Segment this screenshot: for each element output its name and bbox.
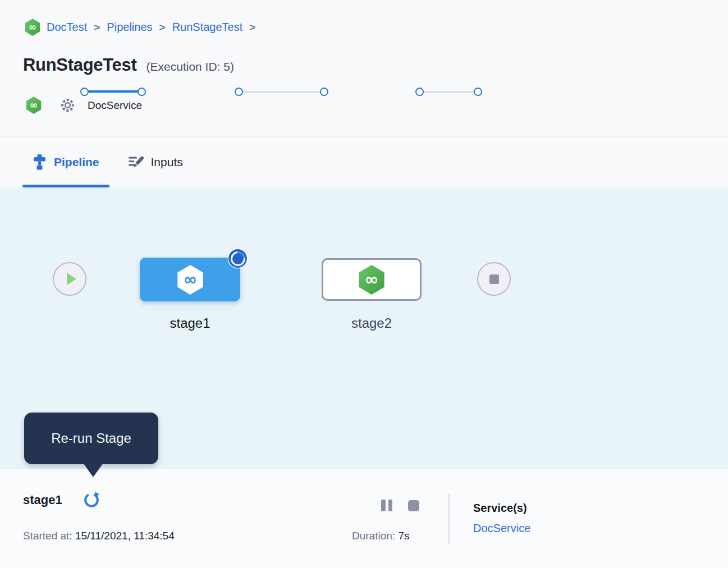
service-row: ∞ DocService xyxy=(25,96,142,114)
stop-execution-icon[interactable] xyxy=(408,500,419,511)
breadcrumb-separator: > xyxy=(249,21,255,34)
stop-icon xyxy=(489,274,499,284)
breadcrumb-link-pipelines[interactable]: Pipelines xyxy=(107,21,152,34)
pipeline-canvas[interactable]: ∞ stage1 ∞ stage2 Re-run Stage xyxy=(0,187,728,469)
breadcrumb-separator: > xyxy=(94,21,100,34)
rerun-stage-tooltip: Re-run Stage xyxy=(24,413,158,464)
started-at-label: Started at xyxy=(23,530,69,542)
execution-controls xyxy=(381,500,419,511)
connector-dot xyxy=(474,88,482,96)
rerun-icon xyxy=(82,490,101,509)
breadcrumb-link-pipeline-name[interactable]: RunStageTest xyxy=(172,21,243,34)
footer-divider xyxy=(448,494,450,544)
gear-icon[interactable] xyxy=(60,98,75,113)
connector-dot xyxy=(235,88,243,96)
connector-dot xyxy=(138,88,146,96)
running-spinner-badge xyxy=(228,249,247,268)
page-title: RunStageTest xyxy=(23,55,137,75)
inputs-icon xyxy=(129,155,144,170)
pipeline-start-node xyxy=(53,262,86,296)
service-name: DocService xyxy=(88,99,142,112)
svg-text:∞: ∞ xyxy=(365,269,379,288)
tooltip-text: Re-run Stage xyxy=(51,430,131,446)
breadcrumb: ∞ DocTest > Pipelines > RunStageTest > xyxy=(24,18,257,36)
execution-footer: stage1 Started at: 15/11/2021, 11:34:54 … xyxy=(0,469,728,568)
svg-text:∞: ∞ xyxy=(29,21,36,33)
edge-start-to-stage1 xyxy=(84,90,141,93)
tab-pipeline-label: Pipeline xyxy=(54,155,99,169)
svg-text:∞: ∞ xyxy=(30,99,38,111)
pipeline-icon xyxy=(33,154,47,170)
edge-stage1-to-stage2 xyxy=(239,91,324,93)
service-link[interactable]: DocService xyxy=(473,522,530,535)
footer-stage-name: stage1 xyxy=(23,493,62,507)
svg-text:∞: ∞ xyxy=(183,269,197,288)
stage-node-stage1[interactable]: ∞ xyxy=(140,258,240,301)
started-at: Started at: 15/11/2021, 11:34:54 xyxy=(23,530,175,542)
pipeline-end-node xyxy=(477,262,511,296)
duration-label: Duration: xyxy=(352,530,395,542)
tab-inputs-label: Inputs xyxy=(151,155,183,169)
duration: Duration: 7s xyxy=(352,530,409,542)
rerun-stage-button[interactable] xyxy=(82,490,101,509)
duration-value: 7s xyxy=(398,530,409,542)
stage2-label: stage2 xyxy=(322,315,422,331)
pipeline-execution-page: ∞ DocTest > Pipelines > RunStageTest > R… xyxy=(0,0,728,568)
play-icon xyxy=(67,273,76,285)
breadcrumb-link-project[interactable]: DocTest xyxy=(47,21,87,34)
connector-dot xyxy=(415,88,424,96)
connector-dot xyxy=(320,88,328,96)
stage1-label: stage1 xyxy=(140,315,240,331)
pause-icon[interactable] xyxy=(381,500,392,511)
execution-id-label: (Execution ID: 5) xyxy=(146,60,234,74)
title-row: RunStageTest (Execution ID: 5) xyxy=(23,55,234,75)
started-at-value: : 15/11/2021, 11:34:54 xyxy=(69,530,174,542)
page-header: ∞ DocTest > Pipelines > RunStageTest > R… xyxy=(0,0,728,136)
tab-bar: Pipeline Inputs xyxy=(0,136,728,187)
connector-dot xyxy=(80,88,89,96)
edge-stage2-to-end xyxy=(419,91,478,93)
tooltip-caret xyxy=(83,463,103,477)
services-label: Service(s) xyxy=(473,502,527,515)
harness-logo-icon: ∞ xyxy=(24,18,41,36)
tab-pipeline[interactable]: Pipeline xyxy=(22,136,109,187)
stage-node-stage2[interactable]: ∞ xyxy=(322,258,422,301)
tab-inputs[interactable]: Inputs xyxy=(118,136,193,187)
harness-service-icon: ∞ xyxy=(25,96,42,114)
breadcrumb-separator: > xyxy=(159,21,166,34)
